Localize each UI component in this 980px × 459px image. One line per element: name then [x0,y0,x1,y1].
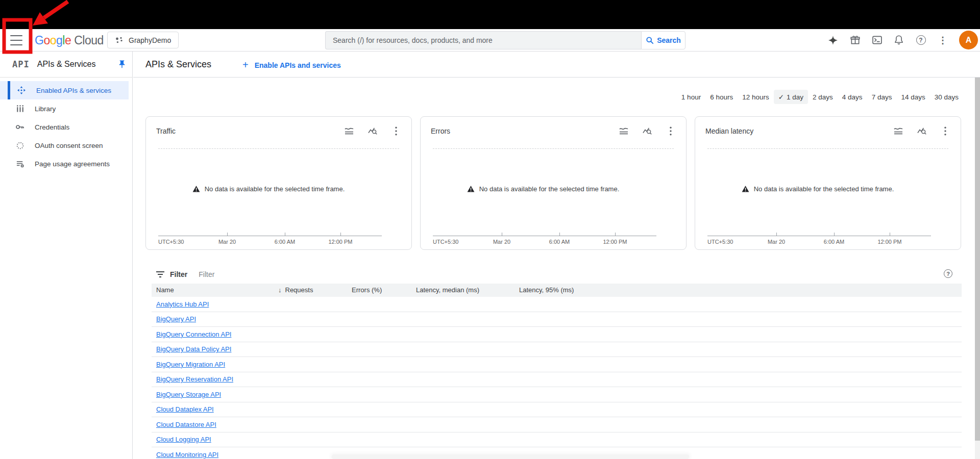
api-link[interactable]: BigQuery Migration API [156,361,225,368]
api-link[interactable]: Cloud Datastore API [156,421,216,428]
global-search: Search [325,31,685,49]
sidebar-item-oauth-consent[interactable]: OAuth consent screen [0,136,132,155]
table-header-row: Name ↓ Requests Errors (%) Latency, medi… [152,284,962,297]
errors-card: Errors [420,116,687,250]
explore-data-icon[interactable] [917,126,927,136]
time-range-selector: 1 hour 6 hours 12 hours ✓ 1 day 2 days 4… [677,90,963,104]
api-product-logo: API [12,59,30,69]
time-option-4-days[interactable]: 4 days [838,90,867,104]
axis-tick-label: 12:00 PM [603,239,627,245]
search-button-label: Search [657,36,681,44]
plot-top-gridline [433,148,674,149]
plot-top-gridline [158,148,399,149]
page-title: APIs & Services [145,59,211,70]
apis-table: Name ↓ Requests Errors (%) Latency, medi… [152,284,962,459]
api-link[interactable]: BigQuery Data Policy API [156,345,231,353]
logo-letter: G [35,34,43,47]
search-button[interactable]: Search [641,31,685,49]
sidebar-header: API APIs & Services [0,52,132,78]
time-option-14-days[interactable]: 14 days [896,90,929,104]
project-name: GraphyDemo [129,36,171,44]
cloud-shell-icon[interactable] [871,35,883,46]
time-option-12-hours[interactable]: 12 hours [738,90,774,104]
sidebar-item-library[interactable]: Library [0,99,132,118]
axis-tick-label: 6:00 AM [824,239,844,245]
explore-data-icon[interactable] [368,126,378,136]
table-row: Cloud Datastore API [152,417,962,432]
table-row: BigQuery API [152,312,962,327]
search-input[interactable] [325,31,641,49]
time-option-1-day-selected[interactable]: ✓ 1 day [774,90,808,104]
table-row: BigQuery Reservation API [152,372,962,388]
no-data-message: No data is available for the selected ti… [146,185,391,193]
table-row: BigQuery Migration API [152,357,962,372]
chart-type-icon[interactable] [344,126,354,136]
annotation-arrow-head [33,12,48,26]
account-avatar[interactable]: A [959,31,978,49]
column-header-latency-95[interactable]: Latency, 95% (ms) [519,286,574,294]
time-option-7-days[interactable]: 7 days [867,90,897,104]
time-option-2-days[interactable]: 2 days [808,90,838,104]
card-menu-icon[interactable] [940,126,950,136]
sort-desc-icon: ↓ [278,286,282,294]
column-header-name[interactable]: Name [156,286,174,294]
api-link[interactable]: BigQuery Connection API [156,330,231,338]
axis-tick-label: 12:00 PM [877,239,901,245]
sidebar-item-label: Enabled APIs & services [36,87,111,94]
traffic-card: Traffic [145,116,412,250]
project-selector-button[interactable]: GraphyDemo [107,32,179,48]
x-axis [707,236,931,236]
api-link[interactable]: BigQuery Storage API [156,391,221,398]
api-link[interactable]: Analytics Hub API [156,300,209,308]
no-data-message: No data is available for the selected ti… [695,185,940,193]
hamburger-menu-button[interactable] [9,34,23,46]
notifications-bell-icon[interactable] [893,35,904,46]
gift-icon[interactable] [849,35,861,46]
api-link[interactable]: BigQuery API [156,315,196,323]
column-header-requests[interactable]: ↓ Requests [278,286,313,294]
sidebar-item-credentials[interactable]: Credentials [0,118,132,136]
column-header-latency-median[interactable]: Latency, median (ms) [416,286,479,294]
card-menu-icon[interactable] [391,126,401,136]
plus-icon: + [242,59,249,71]
axis-tick-label: 12:00 PM [328,239,352,245]
enable-apis-button[interactable]: + Enable APIs and services [242,59,341,71]
sidebar-item-enabled-apis[interactable]: Enabled APIs & services [0,81,129,99]
warning-icon [467,185,475,192]
table-row: Cloud Logging API [152,432,962,448]
explore-data-icon[interactable] [642,126,652,136]
column-header-errors[interactable]: Errors (%) [352,286,382,294]
google-cloud-logo[interactable]: Google Cloud [35,34,104,47]
chart-cards-row: Traffic [145,116,961,250]
plot-top-gridline [707,148,948,149]
vertical-scrollbar-thumb[interactable] [975,78,980,441]
pin-icon[interactable] [117,60,127,69]
warning-icon [742,185,749,192]
api-link[interactable]: Cloud Logging API [156,436,211,443]
time-option-30-days[interactable]: 30 days [930,90,963,104]
gemini-sparkle-icon[interactable] [827,35,839,46]
median-latency-card: Median latency [695,116,961,250]
api-link[interactable]: BigQuery Reservation API [156,375,233,383]
more-options-icon[interactable]: ⋮ [937,35,948,46]
sidebar-item-page-usage[interactable]: Page usage agreements [0,155,132,173]
card-menu-icon[interactable] [666,126,676,136]
time-option-6-hours[interactable]: 6 hours [705,90,738,104]
table-help-icon[interactable]: ? [944,269,952,278]
chart-type-icon[interactable] [893,126,903,136]
chart-type-icon[interactable] [619,126,629,136]
api-link[interactable]: Cloud Monitoring API [156,451,218,458]
check-icon: ✓ [778,93,784,101]
time-option-1-hour[interactable]: 1 hour [677,90,705,104]
page-header: APIs & Services + Enable APIs and servic… [133,52,980,78]
filter-input[interactable] [199,270,962,278]
sidebar-item-label: Library [35,105,56,113]
api-link[interactable]: Cloud Dataplex API [156,405,214,413]
filter-label: Filter [170,270,187,278]
search-icon [646,36,654,44]
oauth-consent-icon [15,141,24,150]
card-title: Traffic [156,127,176,135]
sidebar-nav: Enabled APIs & services Library [0,81,132,173]
library-icon [15,104,24,113]
help-icon[interactable]: ? [915,35,926,46]
